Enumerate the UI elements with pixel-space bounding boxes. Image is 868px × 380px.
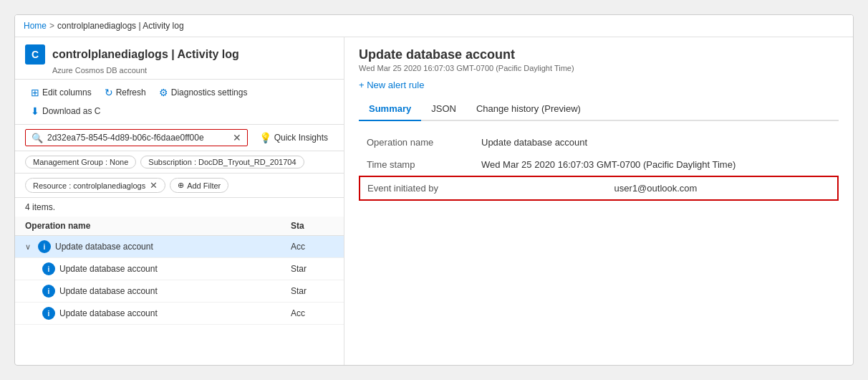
operation-name-value: Update database account: [474, 131, 838, 153]
detail-table: Operation name Update database account T…: [359, 131, 839, 201]
table-row[interactable]: ∨ i Update database account Acc: [15, 236, 344, 258]
search-box: 🔍 ✕: [25, 129, 248, 146]
new-alert-rule-link[interactable]: + New alert rule: [359, 80, 839, 90]
tabs: Summary JSON Change history (Preview): [359, 99, 839, 121]
edit-columns-button[interactable]: ⊞ Edit columns: [25, 84, 97, 101]
table-rows: ∨ i Update database account Acc i Update…: [15, 236, 344, 365]
col-operation-name: Operation name: [25, 221, 291, 231]
toolbar: ⊞ Edit columns ↻ Refresh ⚙ Diagnostics s…: [15, 80, 344, 125]
timestamp-row: Time stamp Wed Mar 25 2020 16:07:03 GMT-…: [360, 153, 838, 176]
lightbulb-icon: 💡: [259, 132, 271, 143]
col-status: Sta: [291, 221, 334, 231]
tab-summary[interactable]: Summary: [359, 99, 421, 121]
diagnostics-icon: ⚙: [159, 87, 168, 98]
resource-filter[interactable]: Resource : controlplanediaglogs ✕: [25, 178, 165, 193]
timestamp-value: Wed Mar 25 2020 16:07:03 GMT-0700 (Pacif…: [474, 153, 838, 176]
add-filter-icon: ⊕: [178, 181, 184, 190]
left-panel: C controlplanediaglogs | Activity log Az…: [15, 37, 344, 365]
filter-row-2: Resource : controlplanediaglogs ✕ ⊕ Add …: [15, 174, 344, 198]
table-header: Operation name Sta: [15, 217, 344, 236]
search-input[interactable]: [47, 133, 230, 143]
cosmos-icon: C: [25, 44, 45, 65]
breadcrumb: Home > controlplanediaglogs | Activity l…: [15, 15, 853, 37]
detail-title: Update database account: [359, 47, 839, 62]
search-icon: 🔍: [32, 133, 43, 143]
operation-name-label: Operation name: [360, 131, 474, 153]
event-initiated-row: Event initiated by user1@outlook.com: [360, 176, 838, 200]
search-row: 🔍 ✕ 💡 Quick Insights: [15, 125, 344, 151]
timestamp-label: Time stamp: [360, 153, 474, 176]
expand-icon: ∨: [25, 242, 35, 252]
info-icon: i: [42, 262, 55, 275]
diagnostics-button[interactable]: ⚙ Diagnostics settings: [153, 84, 254, 101]
refresh-icon: ↻: [105, 87, 113, 98]
panel-header: C controlplanediaglogs | Activity log Az…: [15, 37, 344, 80]
table-row[interactable]: i Update database account Star: [15, 280, 344, 303]
event-initiated-value: user1@outlook.com: [474, 176, 838, 200]
table-row[interactable]: i Update database account Acc: [15, 303, 344, 325]
search-clear-icon[interactable]: ✕: [233, 132, 241, 143]
panel-title: controlplanediaglogs | Activity log: [52, 48, 239, 61]
breadcrumb-home[interactable]: Home: [24, 21, 47, 31]
breadcrumb-current: controlplanediaglogs | Activity log: [57, 21, 184, 31]
resource-filter-remove[interactable]: ✕: [150, 180, 158, 191]
info-icon: i: [38, 240, 51, 253]
tab-json[interactable]: JSON: [421, 99, 466, 121]
refresh-button[interactable]: ↻ Refresh: [99, 84, 152, 101]
tab-change-history[interactable]: Change history (Preview): [466, 99, 591, 121]
edit-columns-icon: ⊞: [31, 87, 39, 98]
filter-row: Management Group : None Subscription : D…: [15, 151, 344, 174]
panel-subtitle: Azure Cosmos DB account: [52, 66, 334, 75]
breadcrumb-sep: >: [49, 21, 54, 31]
info-icon: i: [42, 285, 55, 298]
download-icon: ⬇: [31, 105, 39, 117]
subscription-filter[interactable]: Subscription : DocDB_Tryout_RD_201704: [140, 156, 304, 168]
add-filter-button[interactable]: ⊕ Add Filter: [170, 178, 228, 193]
items-count: 4 items.: [15, 198, 344, 217]
download-button[interactable]: ⬇ Download as C: [25, 103, 106, 120]
event-initiated-label: Event initiated by: [360, 176, 474, 200]
table-row[interactable]: i Update database account Star: [15, 258, 344, 280]
right-panel: Update database account Wed Mar 25 2020 …: [344, 37, 853, 365]
detail-subtitle: Wed Mar 25 2020 16:07:03 GMT-0700 (Pacif…: [359, 64, 839, 72]
management-group-filter[interactable]: Management Group : None: [25, 156, 136, 168]
operation-name-row: Operation name Update database account: [360, 131, 838, 153]
quick-insights-button[interactable]: 💡 Quick Insights: [254, 129, 334, 146]
info-icon: i: [42, 307, 55, 320]
